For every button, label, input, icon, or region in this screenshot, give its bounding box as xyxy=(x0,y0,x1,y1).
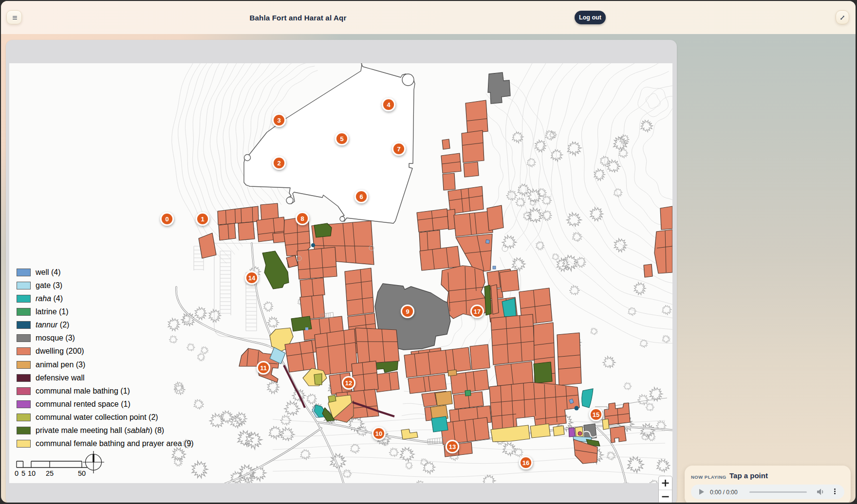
svg-text:0: 0 xyxy=(165,216,168,223)
svg-text:16: 16 xyxy=(522,459,529,467)
svg-text:3: 3 xyxy=(277,117,280,124)
svg-text:10: 10 xyxy=(28,469,36,477)
svg-text:7: 7 xyxy=(397,145,400,153)
svg-text:1: 1 xyxy=(201,216,204,223)
svg-text:50: 50 xyxy=(78,469,86,477)
svg-text:8: 8 xyxy=(300,215,304,222)
svg-text:13: 13 xyxy=(449,443,456,450)
svg-text:25: 25 xyxy=(46,469,54,477)
svg-text:6: 6 xyxy=(359,193,363,200)
svg-text:17: 17 xyxy=(474,308,481,315)
svg-text:4: 4 xyxy=(387,101,391,108)
svg-text:15: 15 xyxy=(593,411,599,418)
svg-text:11: 11 xyxy=(260,364,267,372)
svg-text:5: 5 xyxy=(21,469,25,477)
svg-text:12: 12 xyxy=(345,379,352,387)
svg-text:9: 9 xyxy=(406,308,409,315)
svg-text:0: 0 xyxy=(15,469,19,477)
svg-text:14: 14 xyxy=(248,274,256,282)
svg-text:2: 2 xyxy=(277,160,280,167)
svg-text:10: 10 xyxy=(375,430,382,437)
svg-text:5: 5 xyxy=(340,135,343,143)
